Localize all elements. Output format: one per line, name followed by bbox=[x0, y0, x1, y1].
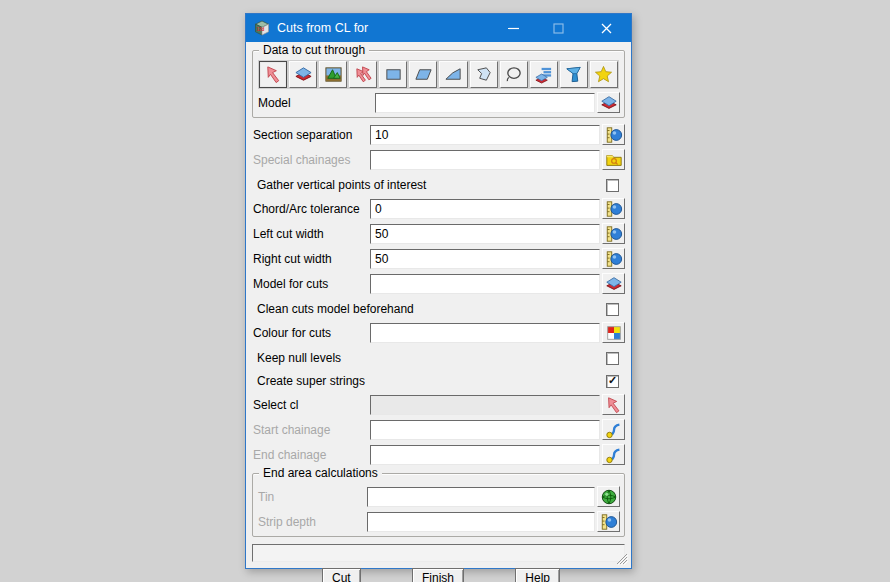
toolbar-model-button[interactable] bbox=[289, 61, 317, 88]
toolbar-multi-pick-button[interactable] bbox=[349, 61, 377, 88]
toolbar-lasso-button[interactable] bbox=[500, 61, 528, 88]
gather-vpi-checkbox[interactable] bbox=[606, 179, 619, 192]
data-source-toolbar bbox=[257, 59, 620, 88]
group-label: Data to cut through bbox=[259, 43, 369, 57]
start-chainage-pick-button[interactable] bbox=[602, 419, 625, 440]
app-cube-icon bbox=[254, 20, 270, 36]
special-chainages-input[interactable] bbox=[370, 150, 600, 170]
multi-pick-arrows-icon bbox=[354, 65, 373, 84]
left-cut-width-choice-button[interactable] bbox=[602, 223, 625, 244]
ruler-ball-icon bbox=[605, 200, 623, 218]
keep-null-levels-label: Keep null levels bbox=[252, 351, 606, 365]
model-for-cuts-label: Model for cuts bbox=[252, 277, 370, 291]
model-for-cuts-choice-button[interactable] bbox=[602, 273, 625, 294]
button-row: Cut Finish Help bbox=[252, 568, 625, 582]
strip-depth-label: Strip depth bbox=[257, 515, 367, 529]
start-chainage-label: Start chainage bbox=[252, 423, 370, 437]
message-bar bbox=[252, 544, 625, 562]
toolbar-favourites-button[interactable] bbox=[590, 61, 618, 88]
model-choice-button[interactable] bbox=[597, 92, 620, 113]
field-row-tin: Tin bbox=[257, 486, 620, 507]
create-super-strings-label: Create super strings bbox=[252, 374, 606, 388]
ruler-ball-icon bbox=[600, 513, 618, 531]
colour-for-cuts-choice-button[interactable] bbox=[602, 322, 625, 343]
field-row-end-chainage: End chainage bbox=[252, 444, 625, 465]
section-separation-input[interactable] bbox=[370, 125, 600, 145]
cone-pointer-icon bbox=[564, 65, 583, 84]
keep-null-levels-checkbox[interactable] bbox=[606, 352, 619, 365]
toolbar-cone-button[interactable] bbox=[560, 61, 588, 88]
model-label: Model bbox=[257, 96, 375, 110]
clean-cuts-label: Clean cuts model beforehand bbox=[252, 302, 606, 316]
rectangle-select-icon bbox=[384, 65, 403, 84]
group-label: End area calculations bbox=[259, 466, 382, 480]
minimize-button[interactable] bbox=[491, 14, 536, 42]
gather-vpi-label: Gather vertical points of interest bbox=[252, 178, 606, 192]
tin-input[interactable] bbox=[367, 487, 595, 507]
window-title: Cuts from CL for bbox=[277, 21, 491, 35]
colour-for-cuts-input[interactable] bbox=[370, 323, 600, 343]
titlebar[interactable]: Cuts from CL for bbox=[246, 14, 631, 42]
start-chainage-input[interactable] bbox=[370, 420, 600, 440]
close-button[interactable] bbox=[581, 14, 631, 42]
section-separation-choice-button[interactable] bbox=[602, 124, 625, 145]
strip-depth-choice-button[interactable] bbox=[597, 511, 620, 532]
folder-search-icon bbox=[605, 151, 623, 169]
chord-arc-tolerance-label: Chord/Arc tolerance bbox=[252, 202, 370, 216]
ruler-ball-icon bbox=[605, 250, 623, 268]
special-chainages-browse-button[interactable] bbox=[602, 149, 625, 170]
toolbar-pick-button[interactable] bbox=[259, 61, 287, 88]
resize-grip[interactable] bbox=[616, 553, 629, 566]
toolbar-many-models-button[interactable] bbox=[530, 61, 558, 88]
pick-arrow-icon bbox=[605, 396, 623, 414]
create-super-strings-checkbox[interactable] bbox=[606, 375, 619, 388]
left-cut-width-label: Left cut width bbox=[252, 227, 370, 241]
select-cl-input[interactable] bbox=[370, 395, 600, 415]
toolbar-polygon-button[interactable] bbox=[470, 61, 498, 88]
ruler-ball-icon bbox=[605, 225, 623, 243]
many-models-icon bbox=[534, 65, 553, 84]
model-for-cuts-input[interactable] bbox=[370, 274, 600, 294]
terrain-image-icon bbox=[324, 65, 343, 84]
select-cl-pick-button[interactable] bbox=[602, 394, 625, 415]
toolbar-rectangle-button[interactable] bbox=[379, 61, 407, 88]
right-cut-width-choice-button[interactable] bbox=[602, 248, 625, 269]
model-input[interactable] bbox=[375, 93, 595, 113]
colour-for-cuts-label: Colour for cuts bbox=[252, 326, 370, 340]
ruler-ball-icon bbox=[605, 126, 623, 144]
toolbar-terrain-button[interactable] bbox=[319, 61, 347, 88]
end-chainage-label: End chainage bbox=[252, 448, 370, 462]
field-row-colour-for-cuts: Colour for cuts bbox=[252, 322, 625, 343]
field-row-special-chainages: Special chainages bbox=[252, 149, 625, 170]
model-layers-icon bbox=[605, 275, 623, 293]
clean-cuts-checkbox[interactable] bbox=[606, 303, 619, 316]
chord-arc-tolerance-choice-button[interactable] bbox=[602, 198, 625, 219]
model-layers-icon bbox=[294, 65, 313, 84]
right-cut-width-label: Right cut width bbox=[252, 252, 370, 266]
group-end-area-calculations: End area calculations Tin Strip depth bbox=[252, 473, 625, 537]
toolbar-parallelogram-button[interactable] bbox=[409, 61, 437, 88]
checkbox-row-create-super-strings: Create super strings bbox=[252, 374, 625, 388]
pick-arrow-icon bbox=[264, 65, 283, 84]
model-layers-icon bbox=[600, 94, 618, 112]
field-row-chord-arc-tolerance: Chord/Arc tolerance bbox=[252, 198, 625, 219]
toolbar-wedge-button[interactable] bbox=[439, 61, 467, 88]
strip-depth-input[interactable] bbox=[367, 512, 595, 532]
cut-button[interactable]: Cut bbox=[322, 568, 361, 582]
chord-arc-tolerance-input[interactable] bbox=[370, 199, 600, 219]
tin-choice-button[interactable] bbox=[597, 486, 620, 507]
checkbox-row-gather-vpi: Gather vertical points of interest bbox=[252, 178, 625, 192]
field-row-model: Model bbox=[257, 92, 620, 113]
group-data-to-cut-through: Data to cut through Model bbox=[252, 50, 625, 118]
left-cut-width-input[interactable] bbox=[370, 224, 600, 244]
maximize-button[interactable] bbox=[536, 14, 581, 42]
end-chainage-input[interactable] bbox=[370, 445, 600, 465]
chainage-curve-icon bbox=[605, 421, 623, 439]
field-row-section-separation: Section separation bbox=[252, 124, 625, 145]
finish-button[interactable]: Finish bbox=[412, 568, 464, 582]
checkbox-row-clean-cuts: Clean cuts model beforehand bbox=[252, 302, 625, 316]
help-button[interactable]: Help bbox=[515, 568, 560, 582]
right-cut-width-input[interactable] bbox=[370, 249, 600, 269]
special-chainages-label: Special chainages bbox=[252, 153, 370, 167]
end-chainage-pick-button[interactable] bbox=[602, 444, 625, 465]
